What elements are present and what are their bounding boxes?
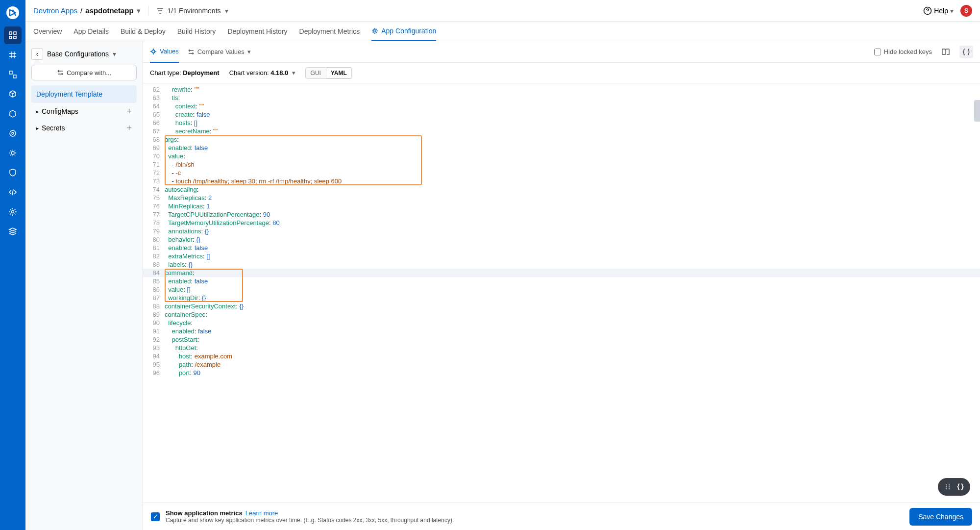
hide-locked-keys-checkbox[interactable]: Hide locked keys xyxy=(874,48,932,55)
svg-point-18 xyxy=(946,488,947,489)
floating-toolbar[interactable] xyxy=(938,478,970,496)
svg-point-8 xyxy=(12,132,14,134)
svg-point-9 xyxy=(11,151,14,154)
code-line[interactable]: 75 MaxReplicas: 2 xyxy=(143,194,980,202)
code-line[interactable]: 79 annotations: {} xyxy=(143,227,980,235)
sidebar-item-deployment-template[interactable]: Deployment Template xyxy=(31,85,137,103)
code-line[interactable]: 84command: xyxy=(143,269,980,277)
code-line[interactable]: 63 tls: xyxy=(143,94,980,102)
tab-app-details[interactable]: App Details xyxy=(74,22,109,41)
code-line[interactable]: 87 workingDir: {} xyxy=(143,294,980,302)
chevron-down-icon[interactable]: ▾ xyxy=(137,6,141,15)
svg-rect-1 xyxy=(9,32,12,34)
code-line[interactable]: 89containerSpec: xyxy=(143,310,980,319)
rail-settings-icon[interactable] xyxy=(4,203,22,221)
breadcrumb-app[interactable]: aspdotnetapp xyxy=(85,6,133,15)
code-line[interactable]: 91 enabled: false xyxy=(143,327,980,335)
svg-point-16 xyxy=(946,486,947,487)
learn-more-link[interactable]: Learn more xyxy=(245,509,278,517)
code-line[interactable]: 96 port: 90 xyxy=(143,369,980,377)
save-changes-button[interactable]: Save Changes xyxy=(909,508,972,526)
breadcrumb: Devtron Apps / aspdotnetapp ▾ xyxy=(33,6,141,15)
chevron-down-icon: ▾ xyxy=(225,7,228,15)
breadcrumb-root[interactable]: Devtron Apps xyxy=(33,6,77,15)
code-line[interactable]: 62 rewrite: "" xyxy=(143,85,980,94)
metrics-checkbox[interactable]: ✓ xyxy=(151,512,160,521)
code-line[interactable]: 77 TargetCPUUtilizationPercentage: 90 xyxy=(143,210,980,219)
rail-apps-icon[interactable] xyxy=(4,26,22,44)
code-line[interactable]: 67 secretName: "" xyxy=(143,127,980,135)
code-line[interactable]: 83 labels: {} xyxy=(143,260,980,269)
code-line[interactable]: 71 - /bin/sh xyxy=(143,160,980,169)
chart-version-selector[interactable]: Chart version: 4.18.0 ▾ xyxy=(229,69,295,76)
divider xyxy=(148,6,149,16)
rail-gear-icon[interactable] xyxy=(4,144,22,162)
back-button[interactable]: ‹ xyxy=(31,48,43,60)
rail-shield-icon[interactable] xyxy=(4,164,22,181)
gui-yaml-toggle[interactable]: GUI YAML xyxy=(305,67,352,79)
tab-build-deploy[interactable]: Build & Deploy xyxy=(121,22,166,41)
scrollbar-track[interactable] xyxy=(974,100,980,122)
code-line[interactable]: 68args: xyxy=(143,135,980,144)
code-line[interactable]: 70 value: xyxy=(143,152,980,160)
code-line[interactable]: 76 MinReplicas: 1 xyxy=(143,202,980,210)
rail-code-icon[interactable] xyxy=(4,183,22,201)
tab-compare-values[interactable]: Compare Values ▾ xyxy=(188,41,251,63)
tab-deployment-metrics[interactable]: Deployment Metrics xyxy=(299,22,360,41)
sidebar-title: Base Configurations xyxy=(47,50,109,58)
code-line[interactable]: 66 hosts: [] xyxy=(143,119,980,127)
code-line[interactable]: 81 enabled: false xyxy=(143,244,980,252)
tab-overview[interactable]: Overview xyxy=(33,22,62,41)
rail-stack-icon[interactable] xyxy=(4,223,22,240)
code-line[interactable]: 86 value: [] xyxy=(143,285,980,294)
yaml-editor[interactable]: 62 rewrite: ""63 tls:64 context: ""65 cr… xyxy=(143,83,980,503)
sidebar-expand-configmaps[interactable]: ▸ConfigMaps+ xyxy=(31,103,137,120)
code-line[interactable]: 78 TargetMemoryUtilizationPercentage: 80 xyxy=(143,219,980,227)
rail-cube-icon[interactable] xyxy=(4,85,22,103)
compare-with-button[interactable]: Compare with... xyxy=(31,65,137,80)
braces-icon[interactable] xyxy=(955,481,966,493)
tab-build-history[interactable]: Build History xyxy=(177,22,216,41)
tab-values[interactable]: Values xyxy=(150,41,179,63)
tab-deployment-history[interactable]: Deployment History xyxy=(227,22,287,41)
code-line[interactable]: 80 behavior: {} xyxy=(143,235,980,244)
rail-grid-icon[interactable] xyxy=(4,46,22,64)
help-label: Help xyxy=(934,7,948,15)
code-line[interactable]: 95 path: /example xyxy=(143,360,980,369)
schema-icon[interactable] xyxy=(959,46,973,58)
code-line[interactable]: 69 enabled: false xyxy=(143,144,980,152)
code-line[interactable]: 92 postStart: xyxy=(143,335,980,344)
breadcrumb-sep: / xyxy=(80,6,82,15)
help-menu[interactable]: Help ▾ xyxy=(923,6,954,15)
svg-rect-6 xyxy=(13,75,16,78)
environment-selector[interactable]: 1/1 Environments ▾ xyxy=(157,7,228,15)
code-line[interactable]: 93 httpGet: xyxy=(143,344,980,352)
rail-target-icon[interactable] xyxy=(4,125,22,142)
rail-hex-icon[interactable] xyxy=(4,105,22,123)
code-line[interactable]: 85 enabled: false xyxy=(143,277,980,285)
code-line[interactable]: 64 context: "" xyxy=(143,102,980,110)
code-line[interactable]: 88containerSecurityContext: {} xyxy=(143,302,980,310)
chevron-down-icon[interactable]: ▾ xyxy=(113,50,116,58)
tab-app-configuration[interactable]: App Configuration xyxy=(371,22,436,41)
chart-info-bar: Chart type: Deployment Chart version: 4.… xyxy=(143,63,980,83)
code-line[interactable]: 90 lifecycle: xyxy=(143,319,980,327)
drag-handle-icon[interactable] xyxy=(942,481,954,493)
code-line[interactable]: 72 - -c xyxy=(143,169,980,177)
toggle-gui[interactable]: GUI xyxy=(306,68,326,78)
code-line[interactable]: 82 extraMetrics: [] xyxy=(143,252,980,260)
tab-compare-label: Compare Values xyxy=(197,48,245,55)
code-line[interactable]: 94 host: example.com xyxy=(143,352,980,360)
code-line[interactable]: 73 - touch /tmp/healthy; sleep 30; rm -r… xyxy=(143,177,980,185)
code-line[interactable]: 65 create: false xyxy=(143,110,980,119)
readme-icon[interactable] xyxy=(939,46,953,58)
toggle-yaml[interactable]: YAML xyxy=(326,68,352,78)
chevron-down-icon: ▾ xyxy=(247,48,251,55)
code-line[interactable]: 74autoscaling: xyxy=(143,185,980,194)
svg-rect-3 xyxy=(9,36,12,39)
svg-rect-2 xyxy=(14,32,16,34)
rail-workload-icon[interactable] xyxy=(4,66,22,83)
svg-rect-4 xyxy=(14,36,16,39)
sidebar-expand-secrets[interactable]: ▸Secrets+ xyxy=(31,120,137,136)
user-avatar[interactable]: S xyxy=(960,5,972,17)
